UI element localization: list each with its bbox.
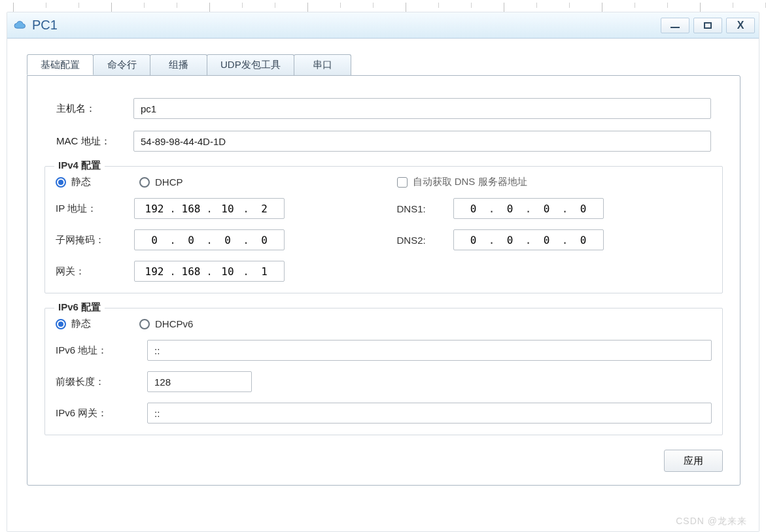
tab-command-line[interactable]: 命令行 (93, 54, 150, 75)
ipv6-legend: IPv6 配置 (54, 301, 105, 314)
ipv6-prefix-input[interactable] (147, 371, 252, 392)
radio-label: 静态 (71, 176, 91, 188)
content-panel: 主机名： MAC 地址： IPv4 配置 (27, 75, 740, 486)
radio-label: DHCP (155, 176, 183, 188)
window-title: PC1 (32, 18, 58, 33)
ipv6-gateway-input[interactable] (147, 403, 712, 424)
tabs: 基础配置 命令行 组播 UDP发包工具 串口 (27, 54, 740, 75)
checkbox-auto-dns[interactable]: 自动获取 DNS 服务器地址 (397, 176, 527, 188)
mac-label: MAC 地址： (56, 135, 133, 148)
radio-dot-icon (56, 319, 66, 329)
dns2-octet-4[interactable] (570, 233, 597, 247)
mask-octet-3[interactable] (214, 233, 241, 247)
ip-label: IP 地址： (56, 203, 134, 215)
dns2-octet-3[interactable] (533, 233, 561, 247)
tab-label: 命令行 (107, 59, 137, 71)
gw-octet-2[interactable] (177, 265, 205, 278)
checkbox-label: 自动获取 DNS 服务器地址 (413, 176, 527, 188)
hostname-row: 主机名： (56, 98, 711, 119)
mask-octet-1[interactable] (141, 233, 168, 247)
mask-octet-4[interactable] (251, 233, 278, 247)
gw-octet-1[interactable] (141, 265, 168, 278)
ipv6-gateway-label: IPv6 网关： (56, 407, 147, 420)
app-window: PC1 X 基础配置 命令行 组播 UDP发包工具 串口 主机 (7, 12, 759, 532)
gw-octet-4[interactable] (251, 265, 278, 278)
ipv4-legend: IPv4 配置 (54, 159, 105, 172)
window-buttons: X (661, 18, 755, 33)
mac-row: MAC 地址： (56, 131, 711, 152)
tab-udp-tool[interactable]: UDP发包工具 (207, 54, 294, 75)
close-button[interactable]: X (726, 18, 755, 33)
mask-octet-2[interactable] (177, 233, 205, 247)
subnet-mask-input[interactable]: . . . (134, 229, 285, 250)
dns2-octet-1[interactable] (460, 233, 487, 247)
ip-octet-2[interactable] (177, 202, 205, 216)
ip-octet-4[interactable] (251, 202, 278, 216)
radio-ipv6-dhcpv6[interactable]: DHCPv6 (139, 318, 193, 329)
gw-octet-3[interactable] (214, 265, 241, 278)
title-left: PC1 (14, 18, 58, 33)
radio-dot-icon (139, 319, 150, 329)
dns1-input[interactable]: . . . (453, 198, 604, 219)
dns1-octet-4[interactable] (570, 202, 597, 216)
tab-label: 组播 (169, 59, 188, 71)
close-icon: X (737, 20, 744, 31)
dns2-label: DNS2: (397, 235, 453, 246)
gateway-input[interactable]: . . . (134, 261, 285, 282)
dns1-label: DNS1: (397, 203, 453, 214)
tab-label: 基础配置 (41, 59, 80, 71)
tab-multicast[interactable]: 组播 (150, 54, 207, 75)
ipv6-address-input[interactable] (147, 340, 712, 361)
maximize-button[interactable] (693, 18, 722, 33)
ip-address-input[interactable]: . . . (134, 198, 285, 219)
action-row: 应用 (44, 450, 723, 472)
dns1-octet-2[interactable] (496, 202, 524, 216)
ipv4-group: IPv4 配置 静态 DHCP (44, 166, 723, 293)
tab-serial[interactable]: 串口 (294, 54, 351, 75)
client-area: 基础配置 命令行 组播 UDP发包工具 串口 主机名： MAC 地址： (7, 39, 759, 531)
ip-octet-3[interactable] (214, 202, 241, 216)
radio-ipv4-static[interactable]: 静态 (56, 176, 91, 188)
apply-button[interactable]: 应用 (664, 450, 723, 472)
dns2-octet-2[interactable] (496, 233, 524, 247)
radio-dot-icon (56, 177, 66, 188)
radio-label: DHCPv6 (155, 318, 193, 329)
mask-label: 子网掩码： (56, 234, 134, 246)
watermark: CSDN @龙来来 (676, 516, 747, 527)
hostname-input[interactable] (133, 98, 711, 119)
radio-label: 静态 (71, 318, 91, 330)
tabs-container: 基础配置 命令行 组播 UDP发包工具 串口 主机名： MAC 地址： (27, 54, 740, 486)
radio-ipv6-static[interactable]: 静态 (56, 318, 91, 330)
minimize-icon (670, 27, 680, 28)
cloud-icon (14, 19, 27, 32)
tab-basic-config[interactable]: 基础配置 (27, 54, 94, 75)
dns1-octet-3[interactable] (533, 202, 561, 216)
dns2-input[interactable]: . . . (453, 229, 604, 250)
dns1-octet-1[interactable] (460, 202, 487, 216)
ipv6-prefix-label: 前缀长度： (56, 376, 147, 388)
checkbox-icon (397, 177, 408, 188)
apply-label: 应用 (684, 455, 703, 466)
hostname-label: 主机名： (56, 103, 133, 115)
ip-octet-1[interactable] (141, 202, 168, 216)
mac-input[interactable] (133, 131, 711, 152)
maximize-icon (704, 22, 712, 29)
tab-label: UDP发包工具 (220, 59, 281, 71)
ipv6-group: IPv6 配置 静态 DHCPv6 IPv6 地址： (44, 308, 723, 435)
tab-label: 串口 (313, 59, 332, 71)
minimize-button[interactable] (661, 18, 689, 33)
radio-ipv4-dhcp[interactable]: DHCP (139, 176, 183, 188)
title-bar: PC1 X (7, 12, 759, 39)
gateway-label: 网关： (56, 265, 134, 278)
radio-dot-icon (139, 177, 150, 188)
ipv6-address-label: IPv6 地址： (56, 344, 147, 357)
